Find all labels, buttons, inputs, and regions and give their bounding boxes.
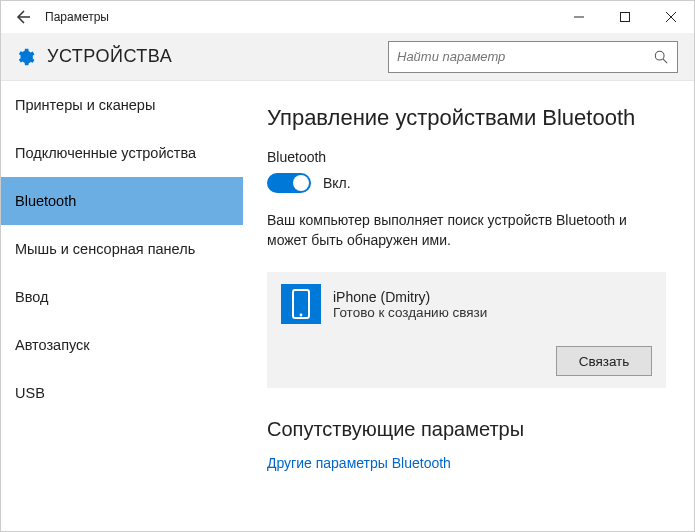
sidebar-item-mouse[interactable]: Мышь и сенсорная панель: [1, 225, 243, 273]
sidebar-item-label: Автозапуск: [15, 337, 90, 353]
section-title: УСТРОЙСТВА: [47, 46, 172, 67]
sidebar-item-usb[interactable]: USB: [1, 369, 243, 417]
search-box[interactable]: [388, 41, 678, 73]
device-info: iPhone (Dmitry) Готово к созданию связи: [333, 289, 487, 320]
header: УСТРОЙСТВА: [1, 33, 694, 81]
toggle-knob: [293, 175, 309, 191]
device-name: iPhone (Dmitry): [333, 289, 487, 305]
device-status: Готово к созданию связи: [333, 305, 487, 320]
toggle-group-label: Bluetooth: [267, 149, 666, 165]
sidebar-item-label: Подключенные устройства: [15, 145, 196, 161]
device-actions: Связать: [281, 346, 652, 376]
back-button[interactable]: [1, 1, 43, 33]
settings-window: Параметры УСТРОЙСТВА Принтеры и сканеры …: [0, 0, 695, 532]
device-row: iPhone (Dmitry) Готово к созданию связи: [281, 284, 652, 324]
sidebar-item-bluetooth[interactable]: Bluetooth: [1, 177, 243, 225]
link-label: Другие параметры Bluetooth: [267, 455, 451, 471]
maximize-button[interactable]: [602, 1, 648, 33]
phone-icon: [281, 284, 321, 324]
description-text: Ваш компьютер выполняет поиск устройств …: [267, 211, 647, 250]
sidebar-item-label: Bluetooth: [15, 193, 76, 209]
sidebar-item-typing[interactable]: Ввод: [1, 273, 243, 321]
device-card[interactable]: iPhone (Dmitry) Готово к созданию связи …: [267, 272, 666, 388]
toggle-state-label: Вкл.: [323, 175, 351, 191]
close-button[interactable]: [648, 1, 694, 33]
pair-button-label: Связать: [579, 354, 630, 369]
sidebar: Принтеры и сканеры Подключенные устройст…: [1, 81, 243, 531]
sidebar-item-printers[interactable]: Принтеры и сканеры: [1, 81, 243, 129]
content: Управление устройствами Bluetooth Blueto…: [243, 81, 694, 531]
titlebar: Параметры: [1, 1, 694, 33]
sidebar-item-autoplay[interactable]: Автозапуск: [1, 321, 243, 369]
svg-rect-0: [621, 13, 630, 22]
sidebar-item-label: Ввод: [15, 289, 48, 305]
arrow-left-icon: [14, 9, 30, 25]
window-title: Параметры: [43, 10, 109, 24]
sidebar-item-label: Мышь и сенсорная панель: [15, 241, 195, 257]
body: Принтеры и сканеры Подключенные устройст…: [1, 81, 694, 531]
minimize-icon: [574, 12, 584, 22]
related-heading: Сопутствующие параметры: [267, 418, 666, 441]
bluetooth-toggle-row: Вкл.: [267, 173, 666, 193]
pair-button[interactable]: Связать: [556, 346, 652, 376]
close-icon: [666, 12, 676, 22]
minimize-button[interactable]: [556, 1, 602, 33]
search-icon: [653, 49, 669, 65]
svg-point-4: [300, 314, 303, 317]
bluetooth-toggle[interactable]: [267, 173, 311, 193]
search-input[interactable]: [397, 49, 653, 64]
page-title: Управление устройствами Bluetooth: [267, 105, 666, 131]
maximize-icon: [620, 12, 630, 22]
sidebar-item-label: USB: [15, 385, 45, 401]
svg-point-1: [655, 51, 664, 60]
related-link-more-bluetooth[interactable]: Другие параметры Bluetooth: [267, 455, 666, 471]
sidebar-item-label: Принтеры и сканеры: [15, 97, 155, 113]
gear-icon: [13, 45, 37, 69]
sidebar-item-connected-devices[interactable]: Подключенные устройства: [1, 129, 243, 177]
